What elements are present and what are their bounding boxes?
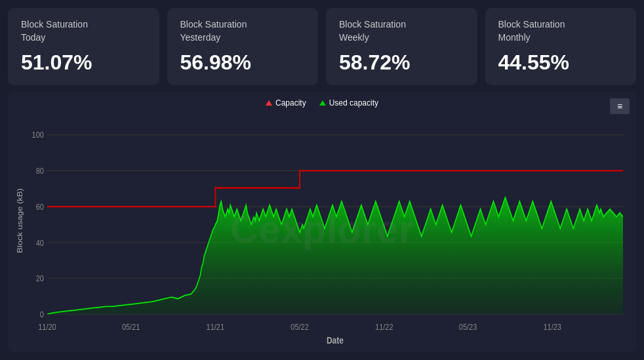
- svg-text:Date: Date: [327, 336, 344, 346]
- svg-text:05/22: 05/22: [291, 322, 309, 332]
- capacity-label: Capacity: [275, 98, 306, 108]
- cards-row: Block SaturationToday 51.07% Block Satur…: [8, 8, 636, 85]
- legend-used-capacity: Used capacity: [319, 98, 378, 108]
- svg-text:80: 80: [36, 166, 44, 176]
- card-weekly-title: Block SaturationWeekly: [339, 18, 464, 44]
- card-monthly-value: 44.55%: [498, 50, 624, 75]
- card-weekly: Block SaturationWeekly 58.72%: [326, 8, 477, 85]
- svg-text:05/23: 05/23: [459, 322, 477, 332]
- capacity-icon: [266, 100, 272, 106]
- dashboard: Block SaturationToday 51.07% Block Satur…: [0, 0, 644, 360]
- svg-text:20: 20: [36, 274, 44, 284]
- card-monthly: Block SaturationMonthly 44.55%: [485, 8, 637, 85]
- chart-container: Capacity Used capacity ≡ Cexplorer: [8, 92, 636, 352]
- chart-svg: 0 20 40 60 80 100 Block usage (kB) 11/20…: [14, 111, 630, 346]
- card-today-value: 51.07%: [21, 50, 146, 75]
- chart-legend: Capacity Used capacity: [14, 98, 630, 108]
- svg-text:11/20: 11/20: [38, 322, 56, 332]
- card-yesterday-title: Block SaturationYesterday: [180, 18, 306, 44]
- svg-text:11/22: 11/22: [375, 322, 393, 332]
- card-today: Block SaturationToday 51.07%: [8, 8, 159, 85]
- svg-text:60: 60: [36, 202, 44, 212]
- svg-text:0: 0: [40, 310, 44, 319]
- chart-area: Cexplorer 0 20 40 60 80 100: [14, 111, 630, 346]
- svg-text:100: 100: [32, 130, 45, 140]
- svg-text:40: 40: [36, 238, 44, 248]
- card-weekly-value: 58.72%: [339, 50, 464, 75]
- card-yesterday-value: 56.98%: [180, 50, 306, 75]
- card-yesterday: Block SaturationYesterday 56.98%: [167, 8, 319, 85]
- svg-text:05/21: 05/21: [122, 322, 140, 332]
- used-capacity-icon: [319, 100, 326, 106]
- svg-text:11/21: 11/21: [207, 322, 225, 332]
- svg-text:Block usage (kB): Block usage (kB): [16, 188, 24, 253]
- card-monthly-title: Block SaturationMonthly: [498, 18, 624, 44]
- used-capacity-label: Used capacity: [329, 98, 378, 108]
- legend-capacity: Capacity: [266, 98, 306, 108]
- svg-text:11/23: 11/23: [544, 322, 562, 332]
- card-today-title: Block SaturationToday: [21, 18, 146, 44]
